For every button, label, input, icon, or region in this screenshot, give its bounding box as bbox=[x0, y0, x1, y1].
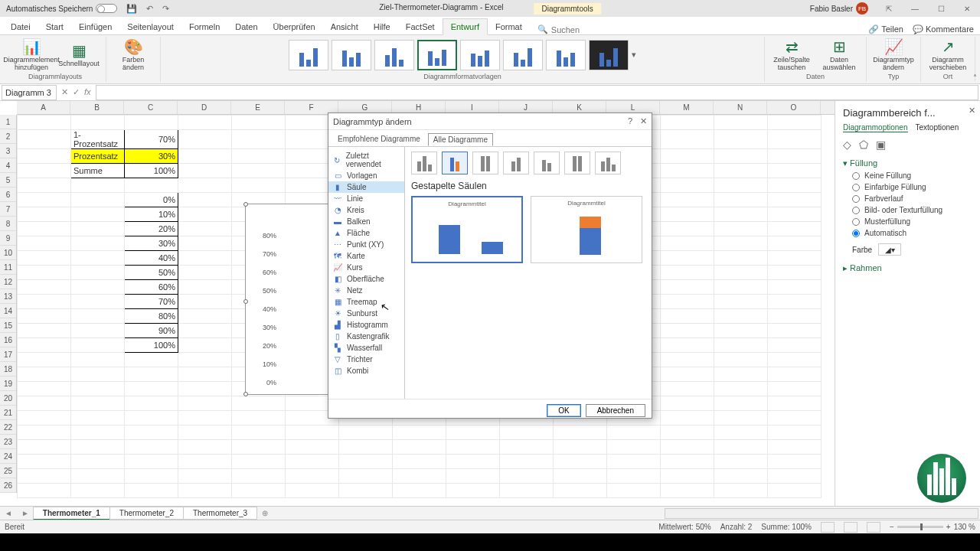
cell[interactable] bbox=[232, 396, 286, 411]
sheet-tab-1[interactable]: Thermometer_1 bbox=[33, 507, 110, 520]
cell[interactable] bbox=[768, 251, 822, 266]
cancel-button[interactable]: Abbrechen bbox=[586, 404, 645, 417]
cell[interactable] bbox=[446, 440, 500, 455]
cell[interactable] bbox=[661, 338, 714, 353]
cell[interactable] bbox=[71, 353, 125, 367]
cell[interactable] bbox=[125, 367, 178, 382]
fill-line-icon[interactable]: ◇ bbox=[843, 139, 851, 151]
chart-preview-1[interactable]: Diagrammtitel bbox=[411, 196, 523, 263]
cell[interactable] bbox=[232, 411, 286, 425]
tab-hilfe[interactable]: Hilfe bbox=[366, 19, 398, 34]
cell[interactable] bbox=[393, 484, 446, 498]
dialog-help-icon[interactable]: ? bbox=[628, 116, 632, 126]
tab-start[interactable]: Start bbox=[38, 19, 71, 34]
cell[interactable] bbox=[232, 178, 286, 193]
subtype-3d-100stacked[interactable] bbox=[564, 152, 590, 174]
cell[interactable]: 60% bbox=[125, 280, 178, 295]
cell[interactable] bbox=[714, 251, 768, 266]
cell[interactable] bbox=[714, 295, 768, 309]
cell[interactable] bbox=[714, 382, 768, 396]
row-header[interactable]: 24 bbox=[0, 449, 16, 464]
add-sheet-icon[interactable]: ⊕ bbox=[262, 509, 268, 517]
cell[interactable] bbox=[714, 280, 768, 295]
cell[interactable] bbox=[661, 324, 714, 338]
cell[interactable] bbox=[554, 469, 607, 484]
cell[interactable] bbox=[178, 338, 232, 353]
cell[interactable] bbox=[178, 309, 232, 324]
select-data-button[interactable]: ⊞Daten auswählen bbox=[817, 38, 861, 72]
row-header[interactable]: 22 bbox=[0, 420, 16, 435]
cell[interactable] bbox=[18, 178, 71, 193]
chart-category[interactable]: ☀Sunburst bbox=[328, 308, 404, 319]
cell[interactable] bbox=[178, 236, 232, 251]
cell[interactable] bbox=[71, 295, 125, 309]
cell[interactable] bbox=[178, 251, 232, 266]
cell[interactable] bbox=[232, 116, 286, 130]
cell[interactable] bbox=[500, 455, 554, 469]
cell[interactable] bbox=[554, 425, 607, 440]
cell[interactable] bbox=[661, 280, 714, 295]
cell[interactable] bbox=[178, 425, 232, 440]
cell[interactable] bbox=[661, 149, 714, 164]
fill-option[interactable]: Farbverlauf bbox=[852, 194, 972, 203]
redo-icon[interactable]: ↷ bbox=[162, 4, 169, 14]
row-header[interactable]: 15 bbox=[0, 318, 16, 333]
cell[interactable] bbox=[661, 222, 714, 236]
cell[interactable] bbox=[18, 382, 71, 396]
cell[interactable] bbox=[125, 455, 178, 469]
cell[interactable] bbox=[232, 440, 286, 455]
cell[interactable] bbox=[661, 207, 714, 222]
chart-category[interactable]: ▬Balken bbox=[328, 216, 404, 227]
cell[interactable] bbox=[661, 164, 714, 178]
cell[interactable] bbox=[714, 164, 768, 178]
cell[interactable] bbox=[178, 382, 232, 396]
cell[interactable]: 30% bbox=[125, 149, 178, 164]
cell[interactable] bbox=[232, 130, 286, 149]
cell[interactable] bbox=[661, 130, 714, 149]
cell[interactable] bbox=[178, 324, 232, 338]
col-header[interactable]: A bbox=[17, 101, 70, 114]
sheet-tab-2[interactable]: Thermometer_2 bbox=[109, 507, 184, 520]
cell[interactable] bbox=[714, 455, 768, 469]
tab-ueberpruefen[interactable]: Überprüfen bbox=[266, 19, 323, 34]
zoom-out-icon[interactable]: − bbox=[890, 523, 894, 531]
close-icon[interactable]: ✕ bbox=[954, 0, 980, 17]
zoom-value[interactable]: 130 % bbox=[954, 523, 975, 531]
cell[interactable] bbox=[178, 455, 232, 469]
tab-ansicht[interactable]: Ansicht bbox=[323, 19, 366, 34]
cell[interactable] bbox=[768, 455, 822, 469]
cell[interactable] bbox=[125, 382, 178, 396]
effects-icon[interactable]: ⬠ bbox=[859, 139, 868, 151]
cell[interactable] bbox=[18, 251, 71, 266]
cell[interactable] bbox=[18, 353, 71, 367]
cell[interactable] bbox=[18, 455, 71, 469]
chart-category[interactable]: 🗺Karte bbox=[328, 250, 404, 262]
row-header[interactable]: 1 bbox=[0, 115, 16, 129]
cell[interactable] bbox=[714, 484, 768, 498]
cell[interactable] bbox=[768, 324, 822, 338]
col-header[interactable]: N bbox=[714, 101, 767, 114]
cell[interactable]: 70% bbox=[125, 295, 178, 309]
cell[interactable] bbox=[71, 116, 125, 130]
cell[interactable] bbox=[714, 266, 768, 280]
row-header[interactable]: 6 bbox=[0, 187, 16, 202]
view-break-icon[interactable] bbox=[867, 522, 880, 533]
cell[interactable]: 100% bbox=[125, 164, 178, 178]
cell[interactable]: 20% bbox=[125, 222, 178, 236]
cell[interactable] bbox=[125, 425, 178, 440]
chart-category[interactable]: ▭Vorlagen bbox=[328, 170, 404, 181]
cell[interactable] bbox=[178, 411, 232, 425]
cell[interactable] bbox=[18, 338, 71, 353]
cell[interactable]: 90% bbox=[125, 324, 178, 338]
cell[interactable] bbox=[768, 207, 822, 222]
cell[interactable] bbox=[232, 164, 286, 178]
dialog-tab-all[interactable]: Alle Diagramme bbox=[428, 133, 493, 146]
row-header[interactable]: 14 bbox=[0, 304, 16, 318]
collapse-ribbon-icon[interactable]: ˄ bbox=[973, 73, 977, 82]
col-header[interactable]: E bbox=[231, 101, 285, 114]
cell[interactable] bbox=[714, 193, 768, 207]
cell[interactable] bbox=[446, 425, 500, 440]
cell[interactable] bbox=[286, 440, 339, 455]
cell[interactable]: 0% bbox=[125, 193, 178, 207]
cell[interactable] bbox=[125, 116, 178, 130]
